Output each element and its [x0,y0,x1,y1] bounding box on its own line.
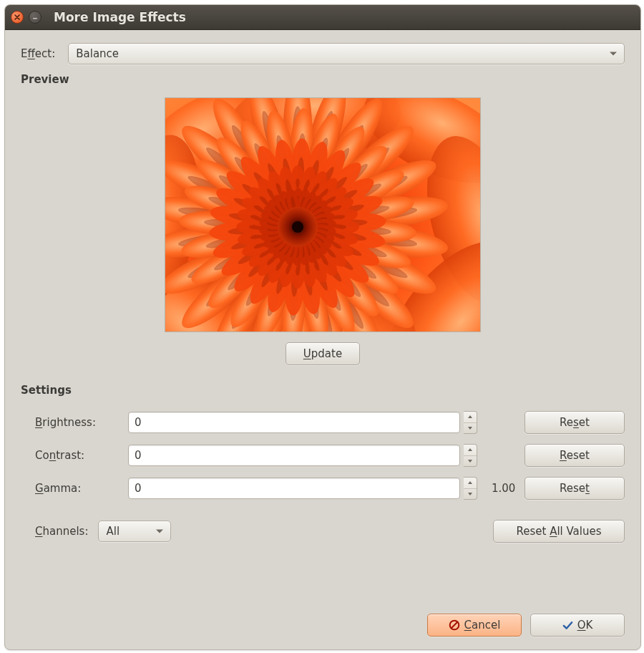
gamma-input[interactable]: 0 [128,478,460,499]
brightness-label: Brightness: [35,416,96,429]
reset-all-button[interactable]: Reset All Values [493,520,625,543]
titlebar: More Image Effects [5,5,640,30]
cancel-button[interactable]: Cancel [427,614,522,637]
spin-up-icon[interactable] [464,445,477,456]
spin-up-icon[interactable] [464,412,477,423]
preview-heading: Preview [21,73,625,86]
window-close-button[interactable] [11,11,24,24]
brightness-spinner[interactable] [464,411,477,434]
channels-label: Channels: [35,525,88,538]
effect-value: Balance [76,47,119,60]
svg-rect-0 [33,18,37,19]
contrast-input[interactable]: 0 [128,445,460,466]
channels-value: All [106,525,119,538]
brightness-input[interactable]: 0 [128,412,460,433]
client-area: Effect: Balance Preview [5,30,640,649]
check-icon [562,620,573,631]
gamma-spinner[interactable] [464,477,477,500]
window-minimize-button[interactable] [29,11,42,24]
minimize-icon [32,14,38,20]
update-label: Update [303,347,342,360]
gamma-reset-button[interactable]: Reset [525,477,625,500]
spin-down-icon[interactable] [464,489,477,500]
svg-line-273 [451,622,457,628]
effect-row: Effect: Balance [21,43,625,64]
dropdown-triangle-icon [156,530,163,533]
spin-down-icon[interactable] [464,456,477,467]
dropdown-triangle-icon [610,52,617,56]
settings-grid: Brightness: 0 Reset Contrast: 0 Reset [21,411,625,500]
spin-up-icon[interactable] [464,478,477,489]
svg-point-271 [292,221,303,233]
effect-combobox[interactable]: Balance [68,43,625,64]
dialog-window: More Image Effects Effect: Balance Previ… [4,4,641,650]
contrast-label: Contrast: [35,449,84,462]
channels-combobox[interactable]: All [98,521,171,542]
update-button[interactable]: Update [286,342,360,365]
close-icon [14,14,20,20]
gamma-label: Gamma: [35,482,81,495]
spin-down-icon[interactable] [464,423,477,434]
ok-button[interactable]: OK [530,614,625,637]
effect-label: Effect: [21,47,55,60]
preview-block: (function(){ var ns="http://www.w3.org/2… [21,97,625,365]
brightness-reset-button[interactable]: Reset [525,411,625,434]
contrast-spinner[interactable] [464,444,477,467]
dialog-footer: Cancel OK [21,599,625,637]
contrast-reset-button[interactable]: Reset [525,444,625,467]
channels-row: Channels: All Reset All Values [21,520,625,543]
preview-image: (function(){ var ns="http://www.w3.org/2… [165,97,481,332]
cancel-icon [449,619,460,631]
settings-heading: Settings [21,384,625,397]
window-title: More Image Effects [54,10,186,24]
